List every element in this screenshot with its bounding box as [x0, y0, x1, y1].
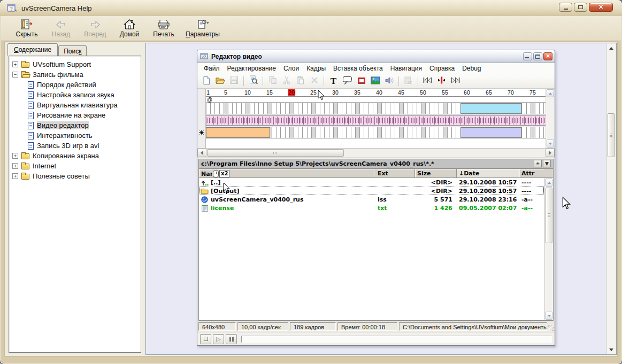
playback-progress[interactable]	[241, 336, 552, 343]
timeline-block[interactable]	[206, 127, 270, 138]
timeline-track-audio[interactable]	[206, 115, 546, 126]
editor-maximize-button[interactable]	[533, 52, 542, 60]
resize-grip[interactable]	[548, 325, 554, 331]
cut-button[interactable]	[280, 75, 293, 87]
expander-icon[interactable]: −	[12, 72, 18, 78]
toolbar-button-forward[interactable]: Вперед	[83, 17, 107, 38]
editor-close-button[interactable]: ×	[543, 52, 552, 60]
timeline-ruler[interactable]: 151015202530354045505560657075	[206, 89, 546, 97]
ruler-number: 30	[332, 89, 339, 96]
pause-button[interactable]	[226, 334, 237, 344]
tree-item[interactable]: −Запись фильма	[10, 69, 140, 80]
stop-button[interactable]	[200, 334, 211, 344]
expander-icon[interactable]: +	[12, 153, 18, 159]
expander-icon[interactable]: +	[12, 173, 18, 179]
toolbar-button-hide[interactable]: Скрыть	[14, 17, 39, 38]
copy-button[interactable]	[266, 75, 279, 87]
scroll-up-icon[interactable]	[607, 45, 616, 51]
scroll-down-icon[interactable]	[547, 140, 554, 148]
expander-icon[interactable]: +	[12, 163, 18, 169]
path-bar[interactable]: c:\Program Files\Inno Setup 5\Projects\u…	[199, 159, 553, 169]
timeline-vscrollbar[interactable]	[546, 89, 555, 148]
editor-titlebar[interactable]: Редактор видео ×	[197, 50, 555, 63]
sound-button[interactable]	[382, 75, 396, 87]
scroll-down-icon[interactable]	[546, 312, 552, 320]
file-list-scrollbar[interactable]	[544, 178, 553, 320]
menu-item[interactable]: Файл	[200, 64, 224, 73]
tree-item[interactable]: Настройка записи звука	[10, 90, 140, 100]
column-header-attr[interactable]: Attr	[519, 169, 544, 177]
column-header-date[interactable]: ↓Date	[457, 169, 519, 177]
rectangle-button[interactable]	[355, 75, 368, 87]
toolbar-button-back[interactable]: Назад	[49, 17, 73, 38]
delete-button[interactable]	[308, 75, 321, 87]
tree-item[interactable]: Виртуальная клавиатура	[10, 100, 140, 110]
menu-item[interactable]: Debug	[458, 64, 485, 73]
menu-item[interactable]: Справка	[426, 64, 458, 73]
file-row[interactable]: [..]<DIR>29.10.2008 10:57----	[199, 178, 544, 187]
save-button[interactable]	[227, 75, 241, 87]
menu-item[interactable]: Навигация	[387, 64, 426, 73]
help-titlebar[interactable]: ? uvScreenCamera Help ×	[0, 0, 622, 16]
minimize-button[interactable]	[559, 3, 572, 12]
tab-search[interactable]: Поиск	[58, 45, 87, 57]
menu-item[interactable]: Вставка объекта	[329, 64, 387, 73]
file-row[interactable]: uvScreenCamera_v0400_rusiss5 57129.10.20…	[199, 195, 544, 204]
scroll-down-icon[interactable]	[607, 346, 616, 353]
image-button[interactable]	[368, 75, 382, 87]
play-button[interactable]: ▷	[213, 334, 224, 344]
tree-item[interactable]: +Полезные советы	[10, 171, 140, 181]
preview-button[interactable]	[247, 75, 260, 87]
scroll-left-icon[interactable]	[197, 149, 206, 157]
go-start-button[interactable]	[421, 75, 434, 87]
tree-item[interactable]: Интерактивность	[10, 130, 140, 141]
filter-button[interactable]: ✳	[534, 160, 542, 167]
timeline-block[interactable]	[460, 103, 522, 114]
scroll-up-icon[interactable]	[546, 179, 552, 187]
hscrollbar-thumb[interactable]	[207, 149, 344, 157]
go-end-button[interactable]	[449, 75, 462, 87]
timeline-block[interactable]	[460, 127, 522, 138]
toolbar-button-print[interactable]: Печать	[151, 17, 176, 38]
tree-item[interactable]: +Копирование экрана	[10, 151, 140, 161]
menu-item[interactable]: Редактирование	[224, 64, 280, 73]
callout-button[interactable]	[341, 75, 354, 87]
tree-item[interactable]: Рисование на экране	[10, 110, 140, 120]
paste-button[interactable]	[294, 75, 307, 87]
maximize-button[interactable]	[574, 3, 587, 12]
content-scrollbar[interactable]	[606, 44, 616, 354]
frame-marker-button[interactable]	[435, 75, 448, 87]
tree-item[interactable]: Порядок действий	[10, 80, 140, 90]
toolbar-button-home[interactable]: Домой	[117, 17, 142, 38]
close-button[interactable]: ×	[589, 3, 613, 12]
file-row[interactable]: licensetxt1 42609.05.2007 02:07-a--	[199, 204, 544, 212]
properties-button[interactable]	[402, 75, 415, 87]
tree-item[interactable]: Видео редактор	[10, 120, 140, 130]
editor-minimize-button[interactable]	[523, 52, 532, 60]
scroll-up-icon[interactable]	[547, 89, 554, 97]
open-button[interactable]	[213, 75, 227, 87]
column-header-size[interactable]: Size	[415, 169, 457, 177]
scrollbar-thumb[interactable]	[546, 188, 552, 243]
expander-icon[interactable]: +	[12, 61, 18, 67]
path-dropdown-button[interactable]: ▼	[543, 160, 551, 167]
file-row[interactable]: [Output]<DIR>29.10.2008 10:57----	[199, 187, 544, 195]
timeline-hscrollbar[interactable]	[197, 149, 555, 158]
timeline-track-video-1[interactable]	[206, 103, 546, 114]
new-document-button[interactable]	[199, 75, 213, 87]
column-header-ext[interactable]: Ext	[375, 169, 415, 177]
text-button[interactable]: T	[327, 75, 340, 87]
scroll-right-icon[interactable]	[546, 149, 555, 157]
tree-item[interactable]: +UVsoftium Support	[10, 59, 140, 69]
desktop: ? uvScreenCamera Help × СкрытьНазадВпере…	[0, 0, 622, 364]
menu-item[interactable]: Кадры	[303, 64, 329, 73]
timeline-track-video-2[interactable]	[206, 127, 546, 138]
toolbar-button-options[interactable]: Параметры	[186, 17, 220, 38]
timeline[interactable]: 151015202530354045505560657075 @	[197, 89, 555, 149]
menu-item[interactable]: Слои	[280, 64, 303, 73]
tab-contents[interactable]: Содержание	[7, 43, 58, 56]
column-header-name[interactable]: Name x2	[199, 169, 375, 177]
tree-item[interactable]: Запись 3D игр в avi	[10, 141, 140, 151]
scrollbar-thumb[interactable]	[608, 113, 615, 157]
tree-item[interactable]: +Internet	[10, 161, 140, 171]
